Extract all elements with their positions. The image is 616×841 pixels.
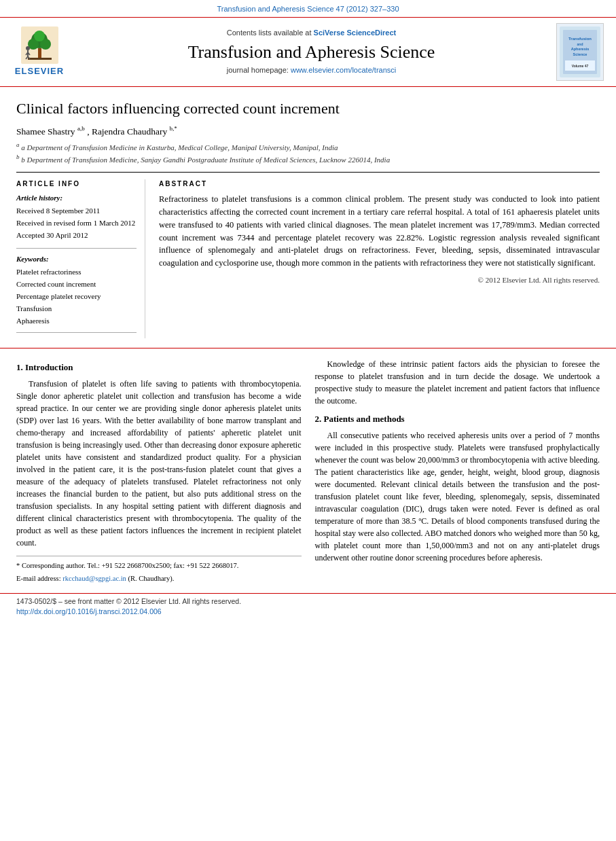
doi-line: http://dx.doi.org/10.1016/j.transci.2012… [16, 607, 600, 617]
svg-point-6 [34, 31, 45, 41]
body-left-col: 1. Introduction Transfusion of platelet … [16, 358, 302, 586]
svg-text:Science: Science [573, 52, 587, 56]
elsevier-logo: ELSEVIER [12, 26, 67, 78]
section1-para1: Transfusion of platelet is often life sa… [16, 378, 302, 549]
contents-line: Contents lists available at SciVerse Sci… [73, 28, 549, 39]
bottom-bar: 1473-0502/$ – see front matter © 2012 El… [0, 593, 616, 620]
svg-rect-2 [28, 58, 52, 60]
email-label: E-mail address: [16, 575, 62, 582]
journal-homepage: journal homepage: www.elsevier.com/locat… [73, 65, 549, 76]
abstract-text: Refractoriness to platelet transfusions … [159, 193, 600, 270]
affil-b: b b Department of Transfusion Medicine, … [16, 153, 600, 165]
svg-text:Apheresis: Apheresis [571, 47, 590, 51]
homepage-label: journal homepage: [227, 66, 291, 74]
author-shamee: Shamee Shastry [16, 126, 75, 136]
authors-line: Shamee Shastry a,b , Rajendra Chaudhary … [16, 124, 600, 138]
article-info-header: ARTICLE INFO [16, 179, 137, 190]
journal-title: Transfusion and Apheresis Science [73, 41, 549, 62]
header-center: Contents lists available at SciVerse Sci… [73, 28, 549, 76]
main-content: Clinical factors influencing corrected c… [0, 87, 616, 338]
body-content: 1. Introduction Transfusion of platelet … [0, 348, 616, 586]
email-address[interactable]: rkcchaud@sgpgi.ac.in [62, 575, 126, 582]
footnote-corresponding: * Corresponding author. Tel.: +91 522 26… [16, 560, 302, 571]
keyword-3: Percentage platelet recovery [16, 291, 137, 302]
footnote-email: E-mail address: rkcchaud@sgpgi.ac.in (R.… [16, 573, 302, 584]
abstract-col: ABSTRACT Refractoriness to platelet tran… [159, 179, 600, 338]
svg-text:and: and [577, 42, 583, 46]
journal-top-bar: Transfusion and Apheresis Science 47 (20… [0, 0, 616, 17]
keywords-label: Keywords: [16, 254, 137, 265]
abstract-header: ABSTRACT [159, 179, 600, 190]
contents-text: Contents lists available at [227, 29, 314, 37]
copyright-line: © 2012 Elsevier Ltd. All rights reserved… [159, 275, 600, 286]
author-shamee-sup: a,b [77, 125, 85, 132]
article-title: Clinical factors influencing corrected c… [16, 99, 600, 119]
accepted: Accepted 30 April 2012 [16, 230, 137, 241]
cover-image-icon: Transfusion and Apheresis Science Volume… [560, 26, 600, 77]
divider-1 [16, 248, 137, 249]
author-rajendra-sup: b,* [170, 125, 177, 132]
article-info-abstract: ARTICLE INFO Article history: Received 8… [16, 172, 600, 338]
svg-text:Volume 47: Volume 47 [572, 64, 589, 68]
keyword-2: Corrected count increment [16, 279, 137, 290]
email-person: (R. Chaudhary). [128, 575, 175, 582]
body-right-col: Knowledge of these intrinsic patient fac… [315, 358, 600, 586]
keyword-4: Transfusion [16, 304, 137, 315]
journal-cover-image: Transfusion and Apheresis Science Volume… [556, 23, 604, 81]
elsevier-brand-text: ELSEVIER [15, 65, 64, 78]
header-section: ELSEVIER Contents lists available at Sci… [0, 17, 616, 87]
divider-2 [16, 332, 137, 333]
keyword-5: Aphaeresis [16, 316, 137, 327]
issn-line: 1473-0502/$ – see front matter © 2012 El… [16, 596, 600, 607]
section2-title: 2. Patients and methods [315, 412, 600, 426]
keywords-section: Keywords: Platelet refractoriness Correc… [16, 254, 137, 327]
svg-point-7 [26, 46, 30, 50]
footnote-section: * Corresponding author. Tel.: +91 522 26… [16, 556, 302, 584]
author-separator: , Rajendra Chaudhary [87, 126, 167, 136]
section1-title: 1. Introduction [16, 361, 302, 374]
page: Transfusion and Apheresis Science 47 (20… [0, 0, 616, 841]
section1-right-para: Knowledge of these intrinsic patient fac… [315, 358, 600, 407]
svg-text:Transfusion: Transfusion [568, 37, 592, 41]
journal-citation: Transfusion and Apheresis Science 47 (20… [217, 5, 399, 13]
homepage-url[interactable]: www.elsevier.com/locate/transci [291, 66, 396, 74]
sciverse-link[interactable]: SciVerse ScienceDirect [314, 29, 397, 37]
affiliations: a a Department of Transfusion Medicine i… [16, 141, 600, 165]
received-1: Received 8 September 2011 [16, 206, 137, 217]
article-history: Article history: Received 8 September 20… [16, 193, 137, 241]
svg-rect-1 [38, 48, 41, 58]
elsevier-tree-icon [21, 26, 58, 64]
history-label: Article history: [16, 193, 137, 204]
section2-para: All consecutive patients who received ap… [315, 429, 600, 564]
received-2: Received in revised form 1 March 2012 [16, 218, 137, 229]
keyword-1: Platelet refractoriness [16, 267, 137, 278]
doi-link[interactable]: http://dx.doi.org/10.1016/j.transci.2012… [16, 607, 162, 615]
affil-a: a a Department of Transfusion Medicine i… [16, 141, 600, 153]
article-info-col: ARTICLE INFO Article history: Received 8… [16, 179, 145, 338]
